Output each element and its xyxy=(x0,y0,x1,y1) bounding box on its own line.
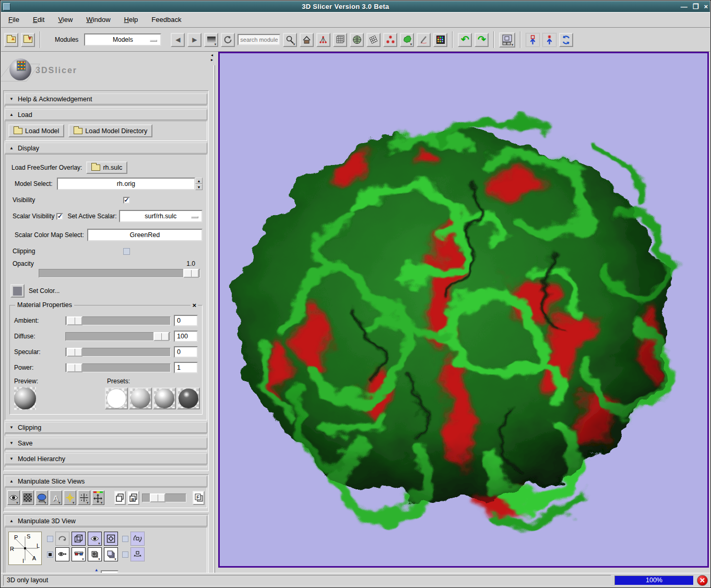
undo-button[interactable]: ↶ xyxy=(458,33,472,47)
panel-splitter[interactable]: ◂▸ xyxy=(210,52,218,573)
movie-button[interactable]: ▼ xyxy=(104,547,118,561)
menu-feedback[interactable]: Feedback xyxy=(151,16,181,23)
minimize-button[interactable]: — xyxy=(681,3,688,10)
section-help-acknowledgement[interactable]: ▼ Help & Acknowledgement xyxy=(5,93,207,104)
search-button[interactable]: ▼ xyxy=(283,33,297,47)
grid-crosshair-button[interactable]: ▼ xyxy=(78,490,90,505)
preset-flat-button[interactable] xyxy=(105,387,128,409)
fiducials-module-button[interactable] xyxy=(383,33,397,47)
diffuse-slider[interactable] xyxy=(65,332,171,341)
slider-thumb[interactable] xyxy=(67,316,82,325)
load-scene-button[interactable]: ▲ xyxy=(4,33,18,47)
module-tree-button[interactable] xyxy=(316,33,330,47)
specular-value-input[interactable]: 0 xyxy=(174,346,198,358)
module-forward-button[interactable]: ▶ xyxy=(187,33,202,47)
slice-visibility-button[interactable]: ▼ xyxy=(7,490,20,505)
power-value-input[interactable]: 1 xyxy=(174,362,198,373)
save-scene-button[interactable]: ▼ xyxy=(21,33,35,47)
specular-slider[interactable] xyxy=(65,348,171,357)
annotation-button[interactable]: A▼ xyxy=(50,490,62,505)
models-module-button[interactable] xyxy=(350,33,364,47)
opacity-slider[interactable] xyxy=(39,269,200,278)
colormap-combo[interactable]: GreenRed xyxy=(87,229,203,241)
spin-checkbox[interactable] xyxy=(122,536,128,542)
active-scalar-combo[interactable]: surf/rh.sulc xyxy=(119,210,203,222)
layout-chooser-button[interactable]: ▼ xyxy=(499,32,515,48)
cancel-button[interactable]: ✕ xyxy=(697,575,708,586)
orientation-axes-widget[interactable]: P S L R A I xyxy=(8,532,42,565)
preset-glossy-button[interactable] xyxy=(153,387,176,409)
modules-selector[interactable]: Models xyxy=(84,33,161,46)
power-slider[interactable] xyxy=(65,363,171,372)
bg-label-toggle-button[interactable]: B xyxy=(127,491,139,505)
colors-module-button[interactable] xyxy=(433,33,447,47)
ambient-slider[interactable] xyxy=(65,316,171,325)
material-close-button[interactable]: × xyxy=(191,301,198,309)
title-bar[interactable]: 3D Slicer Version 3.0 Beta — ❐ × xyxy=(1,1,710,12)
slice-fit-button[interactable]: ▼ xyxy=(35,490,48,505)
section-load[interactable]: ▲ Load xyxy=(5,109,207,120)
close-button[interactable]: × xyxy=(704,3,708,10)
fg-bg-toggle-button[interactable] xyxy=(114,491,126,505)
section-manipulate-3d-view[interactable]: ▲ Manipulate 3D View xyxy=(5,515,207,526)
slider-thumb[interactable] xyxy=(153,332,169,341)
spin-view-button[interactable] xyxy=(131,532,145,546)
diffuse-value-input[interactable]: 100 xyxy=(174,331,198,342)
search-modules-input[interactable] xyxy=(238,34,280,45)
viewport-3d[interactable] xyxy=(218,52,709,568)
section-manipulate-slice-views[interactable]: ▲ Manipulate Slice Views xyxy=(5,476,207,487)
orbit-checkbox[interactable] xyxy=(47,536,53,542)
rock-checkbox[interactable] xyxy=(122,551,128,558)
section-save[interactable]: ▼ Save xyxy=(5,438,207,449)
section-model-hierarchy[interactable]: ▼ Model Hierarchy xyxy=(5,453,207,464)
menu-view[interactable]: View xyxy=(58,16,73,23)
preset-shiny-button[interactable] xyxy=(129,387,152,409)
crosshair-button[interactable]: ▼ xyxy=(64,490,76,505)
visibility-3d-button[interactable]: ▼ xyxy=(88,532,102,546)
menu-file[interactable]: File xyxy=(8,16,19,23)
scalar-visibility-checkbox[interactable]: ✓ xyxy=(56,213,63,220)
module-refresh-button[interactable] xyxy=(221,33,235,47)
section-clipping[interactable]: ▼ Clipping xyxy=(5,422,207,433)
opacity-slider-thumb[interactable] xyxy=(183,269,199,278)
section-display[interactable]: ▲ Display xyxy=(5,143,207,154)
module-back-button[interactable]: ◀ xyxy=(171,33,185,47)
editor-module-button[interactable]: ▼ xyxy=(400,33,414,47)
visibility-checkbox[interactable]: ✓ xyxy=(123,197,130,204)
load-model-directory-button[interactable]: Load Model Directory xyxy=(68,124,152,137)
set-color-swatch-button[interactable] xyxy=(10,284,25,298)
center-view-button[interactable] xyxy=(104,532,118,546)
draw-module-button[interactable] xyxy=(417,33,431,47)
rotate-view-button[interactable] xyxy=(55,532,69,546)
look-from-button[interactable] xyxy=(55,547,69,561)
bounding-box-button[interactable] xyxy=(72,532,86,546)
menu-window[interactable]: Window xyxy=(86,16,110,23)
load-model-button[interactable]: Load Model xyxy=(8,124,64,137)
menu-help[interactable]: Help xyxy=(124,16,138,23)
screenshot-button[interactable]: ▼ xyxy=(88,547,102,561)
stereo-button[interactable]: ▼ xyxy=(72,547,86,561)
rock-view-button[interactable] xyxy=(131,547,145,561)
module-history-button[interactable]: ▼ xyxy=(204,33,218,47)
brain-model-render[interactable] xyxy=(220,53,705,569)
flip-button[interactable]: F xyxy=(193,491,205,505)
fade-slider[interactable] xyxy=(142,493,186,502)
maximize-button[interactable]: ❐ xyxy=(693,3,699,10)
splitter-collapse-icons[interactable]: ◂▸ xyxy=(211,53,213,62)
splitter-grip[interactable] xyxy=(214,65,215,573)
place-fiducial-button[interactable] xyxy=(542,33,556,47)
spin-down-icon[interactable]: ▼ xyxy=(195,184,203,190)
redo-button[interactable]: ↷ xyxy=(475,33,489,47)
home-module-button[interactable] xyxy=(300,33,314,47)
fade-slider-thumb[interactable] xyxy=(150,493,165,502)
volumes-module-button[interactable] xyxy=(333,33,347,47)
slider-thumb[interactable] xyxy=(67,348,82,357)
preset-dark-button[interactable] xyxy=(177,387,200,409)
menu-edit[interactable]: Edit xyxy=(33,16,44,23)
select-fiducial-button[interactable] xyxy=(526,33,540,47)
clipping-checkbox[interactable] xyxy=(123,248,130,255)
model-select-spinner[interactable]: ▲▼ xyxy=(195,178,203,190)
slider-thumb[interactable] xyxy=(67,363,82,372)
model-select-combo[interactable]: rh.orig xyxy=(57,178,195,190)
spin-up-icon[interactable]: ▲ xyxy=(195,178,203,184)
